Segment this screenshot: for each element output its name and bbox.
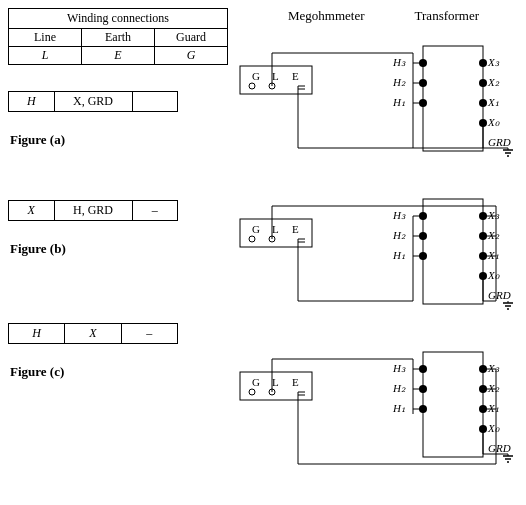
cell-c-h: H	[9, 324, 65, 343]
x3-a: X₃	[487, 56, 500, 68]
svg-point-11	[479, 99, 487, 107]
figure-b-section: X H, GRD – Figure (b)	[8, 152, 228, 257]
col-guard: Guard	[155, 29, 227, 46]
svg-text:H₁: H₁	[392, 402, 405, 414]
cell-a-dash	[133, 92, 178, 111]
val-L: L	[9, 47, 82, 64]
figure-a-label: Figure (a)	[10, 132, 228, 148]
svg-text:L: L	[272, 376, 279, 388]
val-E: E	[82, 47, 155, 64]
diagram-a: G L E H₃ H₂ H₁ X₃ X₂ X₁ X₀	[238, 28, 523, 173]
diagram-c: G L E H₃ H₂ H₁ X₃ X₂ X₁ X₀	[238, 334, 523, 479]
col-line: Line	[9, 29, 82, 46]
svg-text:L: L	[272, 223, 279, 235]
svg-rect-35	[423, 199, 483, 304]
cell-b-hgrd: H, GRD	[55, 201, 133, 220]
grd-a: GRD	[488, 136, 511, 148]
g-label-a: G	[252, 70, 260, 82]
svg-point-10	[479, 79, 487, 87]
winding-table: Winding connections Line Earth Guard L E…	[8, 8, 228, 65]
svg-text:G: G	[252, 376, 260, 388]
conn-table-b: X H, GRD –	[8, 200, 228, 221]
winding-header: Line Earth Guard	[8, 28, 228, 46]
h3-a: H₃	[392, 56, 406, 68]
left-panel: Winding connections Line Earth Guard L E…	[8, 8, 228, 497]
cell-a-h: H	[9, 92, 55, 111]
right-panel: Megohmmeter Transformer G L E H₃ H₂ H₁ X…	[238, 8, 523, 497]
svg-text:X₁: X₁	[487, 249, 499, 261]
cell-c-dash: –	[122, 324, 177, 343]
svg-text:X₃: X₃	[487, 209, 500, 221]
diagram-headers: Megohmmeter Transformer	[288, 8, 523, 24]
svg-rect-5	[423, 46, 483, 151]
transformer-label: Transformer	[415, 8, 480, 24]
x2-a: X₂	[487, 76, 500, 88]
cell-b-dash: –	[133, 201, 178, 220]
svg-text:H₃: H₃	[392, 362, 406, 374]
x0-a: X₀	[487, 116, 500, 128]
svg-text:GRD: GRD	[488, 289, 511, 301]
svg-text:E: E	[292, 223, 299, 235]
svg-text:X₃: X₃	[487, 362, 500, 374]
x1-a: X₁	[487, 96, 499, 108]
h2-a: H₂	[392, 76, 406, 88]
svg-text:X₁: X₁	[487, 402, 499, 414]
conn-row-c: H X –	[8, 323, 178, 344]
svg-text:E: E	[292, 376, 299, 388]
svg-text:X₀: X₀	[487, 422, 500, 434]
val-G: G	[155, 47, 227, 64]
svg-text:GRD: GRD	[488, 442, 511, 454]
conn-table-a: H X, GRD	[8, 91, 228, 112]
conn-row-a: H X, GRD	[8, 91, 178, 112]
svg-text:H₁: H₁	[392, 249, 405, 261]
svg-text:H₃: H₃	[392, 209, 406, 221]
winding-values: L E G	[8, 46, 228, 65]
e-label-a: E	[292, 70, 299, 82]
svg-text:X₂: X₂	[487, 382, 500, 394]
winding-title: Winding connections	[8, 8, 228, 28]
svg-text:X₂: X₂	[487, 229, 500, 241]
conn-table-c: H X –	[8, 323, 228, 344]
diagram-b: G L E H₃ H₂ H₁ X₃ X₂ X₁ X₀	[238, 181, 523, 326]
figure-b-label: Figure (b)	[10, 241, 228, 257]
figure-c-section: H X – Figure (c)	[8, 261, 228, 380]
cell-c-x: X	[65, 324, 121, 343]
conn-row-b: X H, GRD –	[8, 200, 178, 221]
svg-rect-77	[423, 352, 483, 457]
svg-text:H₂: H₂	[392, 229, 406, 241]
svg-text:X₀: X₀	[487, 269, 500, 281]
figure-c-label: Figure (c)	[10, 364, 228, 380]
svg-text:G: G	[252, 223, 260, 235]
svg-point-9	[479, 59, 487, 67]
l-label-a: L	[272, 70, 279, 82]
page: Winding connections Line Earth Guard L E…	[0, 0, 526, 505]
figure-a-section: H X, GRD Figure (a)	[8, 65, 228, 148]
h1-a: H₁	[392, 96, 405, 108]
col-earth: Earth	[82, 29, 155, 46]
cell-a-xgrd: X, GRD	[55, 92, 133, 111]
megohmmeter-label: Megohmmeter	[288, 8, 365, 24]
svg-text:H₂: H₂	[392, 382, 406, 394]
cell-b-x: X	[9, 201, 55, 220]
